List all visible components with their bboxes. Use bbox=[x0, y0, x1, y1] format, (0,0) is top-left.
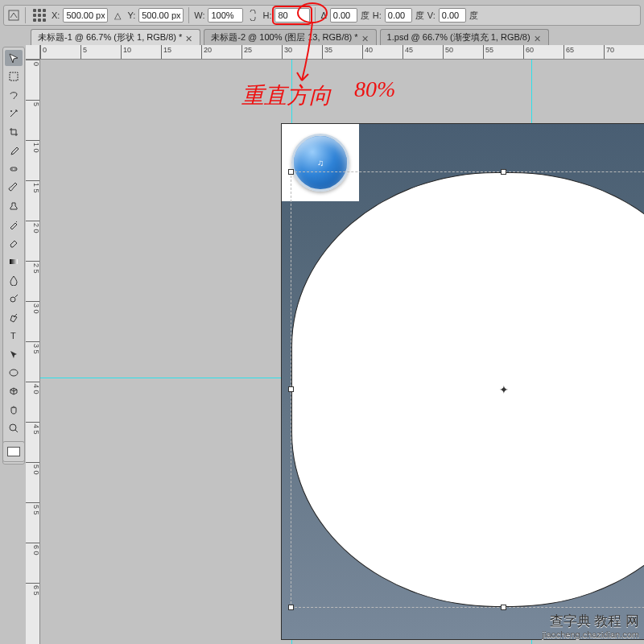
rotate-input[interactable] bbox=[330, 8, 357, 23]
ruler-tick: 5 5 bbox=[26, 502, 40, 515]
ruler-tick: 0 bbox=[26, 60, 40, 66]
tab-label: 未标题-2 @ 100% (图层 13, RGB/8) * bbox=[211, 31, 357, 43]
tab-label: 未标题-1 @ 66.7% (形状 1, RGB/8) * bbox=[38, 31, 182, 43]
ruler-tick: 4 5 bbox=[26, 422, 40, 435]
y-input[interactable] bbox=[138, 8, 184, 23]
ruler-tick: 3 5 bbox=[26, 341, 40, 354]
work-area: 051015202530354045505560657075 051 01 52… bbox=[26, 45, 644, 644]
x-input[interactable] bbox=[63, 8, 108, 23]
ruler-tick: 1 5 bbox=[26, 180, 40, 193]
close-icon[interactable]: ✕ bbox=[185, 34, 193, 42]
gradient-tool[interactable] bbox=[5, 254, 23, 270]
rotate-unit: 度 bbox=[361, 10, 369, 22]
zoom-tool[interactable] bbox=[5, 420, 23, 436]
svg-text:T: T bbox=[10, 331, 16, 341]
vskew-input[interactable] bbox=[439, 8, 466, 23]
marquee-tool[interactable] bbox=[5, 68, 23, 85]
link-icon[interactable] bbox=[246, 9, 259, 22]
delta-y-icon: △ bbox=[111, 9, 124, 22]
ruler-tick: 50 bbox=[443, 45, 453, 60]
svg-rect-6 bbox=[10, 259, 18, 264]
ruler-tick: 2 0 bbox=[26, 221, 40, 233]
w-input[interactable] bbox=[208, 8, 243, 23]
horizontal-ruler[interactable]: 051015202530354045505560657075 bbox=[40, 45, 644, 60]
move-tool[interactable] bbox=[5, 50, 23, 66]
ruler-tick: 60 bbox=[523, 45, 534, 60]
svg-point-2 bbox=[10, 110, 12, 112]
transform-bounding-box[interactable]: ✦ bbox=[291, 171, 644, 608]
shape-tool[interactable] bbox=[5, 365, 23, 381]
pen-tool[interactable] bbox=[5, 309, 23, 325]
type-tool[interactable]: T bbox=[5, 328, 23, 344]
brush-tool[interactable] bbox=[5, 180, 23, 196]
quickmask-icon[interactable] bbox=[7, 447, 20, 456]
svg-point-10 bbox=[10, 424, 16, 431]
ruler-tick: 70 bbox=[604, 45, 614, 60]
watermark-line1: 查字典 教程 网 bbox=[543, 615, 639, 628]
separator bbox=[315, 7, 316, 23]
ruler-tick: 65 bbox=[564, 45, 574, 60]
reference-point-grid[interactable] bbox=[31, 8, 48, 23]
hand-tool[interactable] bbox=[5, 402, 23, 418]
3d-tool[interactable] bbox=[5, 383, 23, 399]
stamp-tool[interactable] bbox=[5, 198, 23, 214]
close-icon[interactable]: ✕ bbox=[361, 34, 369, 42]
vertical-ruler[interactable]: 051 01 52 02 53 03 54 04 55 05 56 06 5 bbox=[26, 60, 40, 644]
handle-top-left[interactable] bbox=[288, 169, 294, 175]
ruler-tick: 6 5 bbox=[26, 583, 40, 596]
hskew-input[interactable] bbox=[385, 8, 412, 23]
tab-doc-1[interactable]: 未标题-1 @ 66.7% (形状 1, RGB/8) *✕ bbox=[31, 29, 200, 45]
svg-rect-3 bbox=[10, 167, 17, 171]
blur-tool[interactable] bbox=[5, 272, 23, 288]
document-canvas[interactable]: ♫ ✦ bbox=[282, 124, 644, 639]
svg-point-5 bbox=[14, 168, 15, 169]
svg-point-9 bbox=[10, 369, 18, 376]
music-note-icon: ♫ bbox=[317, 158, 324, 167]
eraser-tool[interactable] bbox=[5, 235, 23, 251]
vskew-unit: 度 bbox=[469, 10, 478, 22]
ruler-tick: 35 bbox=[322, 45, 332, 60]
quickmask-panel bbox=[2, 441, 25, 462]
separator bbox=[25, 7, 26, 23]
options-bar: X: △ Y: W: H: Δ 度 H: 度 V: 度 bbox=[3, 5, 641, 26]
svg-point-7 bbox=[10, 297, 15, 302]
x-label: X: bbox=[52, 10, 60, 20]
ruler-tick: 2 5 bbox=[26, 261, 40, 274]
crop-tool[interactable] bbox=[5, 124, 23, 140]
tool-preset-icon[interactable] bbox=[7, 9, 20, 22]
path-select-tool[interactable] bbox=[5, 346, 23, 362]
dodge-tool[interactable] bbox=[5, 291, 23, 307]
svg-point-4 bbox=[11, 168, 12, 169]
ruler-tick: 20 bbox=[201, 45, 212, 60]
toolbox: T bbox=[2, 47, 25, 464]
transform-center-icon[interactable]: ✦ bbox=[499, 385, 509, 394]
tab-label: 1.psd @ 66.7% (渐变填充 1, RGB/8) bbox=[387, 31, 530, 43]
w-label: W: bbox=[194, 10, 204, 20]
handle-mid-left[interactable] bbox=[288, 386, 294, 392]
heal-tool[interactable] bbox=[5, 161, 23, 177]
ruler-tick: 10 bbox=[121, 45, 131, 60]
handle-bot-mid[interactable] bbox=[501, 605, 506, 610]
vskew-label: V: bbox=[427, 10, 436, 20]
document-tabs: 未标题-1 @ 66.7% (形状 1, RGB/8) *✕ 未标题-2 @ 1… bbox=[26, 29, 641, 45]
ruler-tick: 55 bbox=[483, 45, 493, 60]
lasso-tool[interactable] bbox=[5, 87, 23, 103]
ruler-tick: 1 0 bbox=[26, 140, 40, 153]
separator bbox=[188, 7, 189, 23]
tab-doc-3[interactable]: 1.psd @ 66.7% (渐变填充 1, RGB/8)✕ bbox=[380, 29, 549, 45]
handle-top-mid[interactable] bbox=[501, 169, 506, 175]
close-icon[interactable]: ✕ bbox=[534, 34, 542, 42]
h-input[interactable] bbox=[275, 8, 310, 23]
eyedropper-tool[interactable] bbox=[5, 142, 23, 159]
tab-doc-2[interactable]: 未标题-2 @ 100% (图层 13, RGB/8) *✕ bbox=[204, 29, 376, 45]
history-brush-tool[interactable] bbox=[5, 217, 23, 233]
hskew-unit: 度 bbox=[415, 10, 424, 22]
ruler-tick: 40 bbox=[362, 45, 373, 60]
canvas-viewport[interactable]: ♫ ✦ bbox=[40, 60, 644, 644]
svg-rect-0 bbox=[9, 10, 19, 20]
handle-bot-left[interactable] bbox=[288, 605, 294, 610]
wand-tool[interactable] bbox=[5, 105, 23, 122]
ruler-tick: 6 0 bbox=[26, 543, 40, 555]
rotate-label: Δ bbox=[320, 10, 326, 20]
ruler-origin[interactable] bbox=[26, 45, 40, 60]
